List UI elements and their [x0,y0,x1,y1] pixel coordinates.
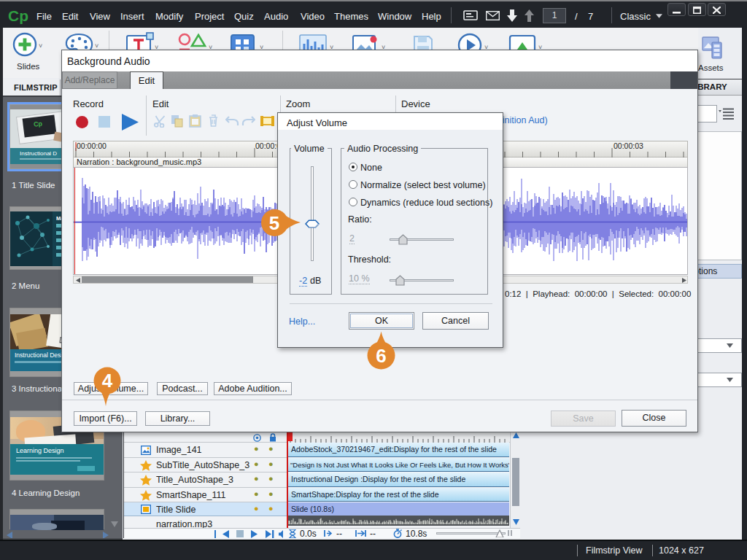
svg-text:00:00:03: 00:00:03 [614,141,643,150]
svg-text:5: 5 [269,212,279,234]
svg-text:00:00:00: 00:00:00 [77,141,107,150]
svg-text:6: 6 [376,345,386,367]
svg-text:4: 4 [102,370,113,392]
